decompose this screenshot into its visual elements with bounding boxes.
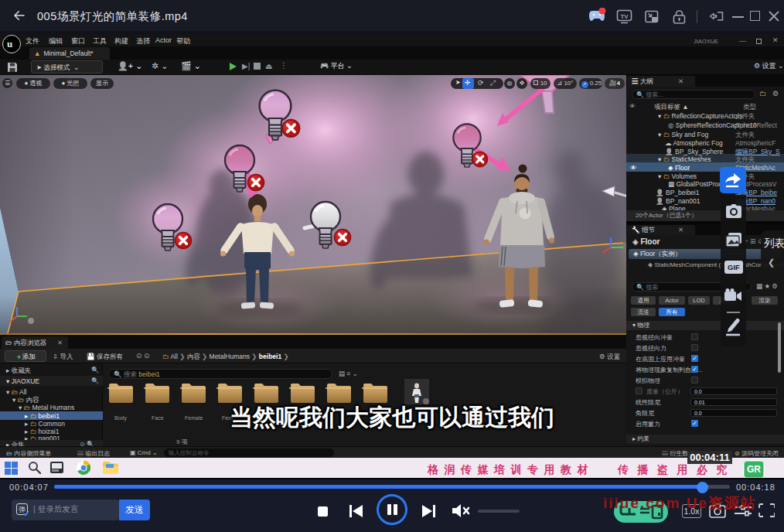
svg-text:TV: TV bbox=[620, 13, 629, 20]
